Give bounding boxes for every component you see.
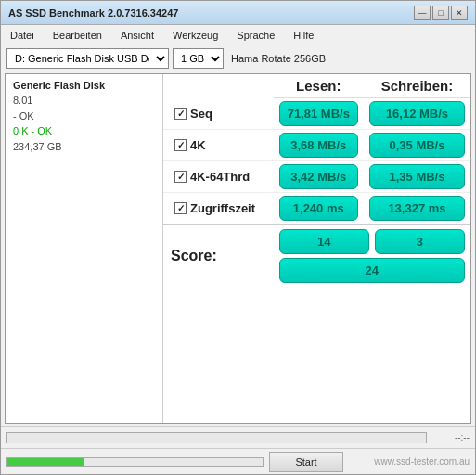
info-line3: 0 K - OK (13, 123, 155, 139)
minimize-button[interactable]: — (414, 6, 431, 20)
seq-write-cell: 16,12 MB/s (364, 98, 470, 130)
main-window: AS SSD Benchmark 2.0.7316.34247 — □ ✕ Da… (0, 0, 476, 475)
4k64-write-value: 1,35 MB/s (369, 164, 465, 189)
lesen-header: Lesen: (274, 74, 364, 98)
4k-label: ✓ 4K (163, 130, 274, 161)
time-display: --:-- (432, 432, 470, 443)
info-line2: - OK (13, 109, 155, 124)
menu-bar: Datei Bearbeiten Ansicht Werkzeug Sprach… (1, 25, 475, 45)
title-buttons: — □ ✕ (414, 6, 468, 20)
4k64-write-cell: 1,35 MB/s (364, 161, 470, 193)
4k-write-cell: 0,35 MB/s (364, 130, 470, 161)
seq-checkbox[interactable]: ✓ (174, 108, 187, 120)
menu-sprache[interactable]: Sprache (233, 29, 278, 42)
score-inner-row: 14 3 (279, 229, 465, 254)
score-read-value: 14 (279, 229, 369, 254)
4k-read-cell: 3,68 MB/s (274, 130, 364, 161)
window-title: AS SSD Benchmark 2.0.7316.34247 (8, 7, 178, 19)
title-bar: AS SSD Benchmark 2.0.7316.34247 — □ ✕ (1, 1, 475, 25)
table-row: ✓ Seq 71,81 MB/s 16,12 MB/s (163, 98, 470, 130)
maximize-button[interactable]: □ (432, 6, 449, 20)
score-outer: 14 3 24 (274, 225, 470, 287)
zugriffszeit-write-value: 13,327 ms (369, 196, 465, 221)
4k64-checkbox[interactable]: ✓ (174, 171, 187, 183)
table-row: ✓ Zugriffszeit 1,240 ms 13,327 ms (163, 193, 470, 225)
bottom-bar: --:-- (1, 426, 475, 448)
zugriffszeit-checkbox[interactable]: ✓ (174, 202, 187, 214)
right-panel: Lesen: Schreiben: ✓ Seq (163, 74, 470, 423)
4k64-label: ✓ 4K-64Thrd (163, 161, 274, 193)
zugriffszeit-read-cell: 1,240 ms (274, 193, 364, 225)
score-total-row: 24 (279, 258, 465, 283)
4k-checkbox[interactable]: ✓ (174, 139, 187, 151)
score-label-cell: Score: (163, 225, 274, 287)
table-row: ✓ 4K 3,68 MB/s 0,35 MB/s (163, 130, 470, 161)
toolbar: D: Generic Flash Disk USB Device 1 GB Ha… (1, 45, 475, 71)
4k64-read-value: 3,42 MB/s (279, 164, 358, 189)
4k-read-value: 3,68 MB/s (279, 133, 358, 158)
drive-label: Hama Rotate 256GB (231, 53, 326, 64)
footer: Start www.ssd-tester.com.au (1, 448, 475, 474)
size-select[interactable]: 1 GB (173, 48, 224, 69)
drive-select[interactable]: D: Generic Flash Disk USB Device (6, 48, 169, 69)
footer-progress-bar (6, 457, 264, 467)
seq-read-cell: 71,81 MB/s (274, 98, 364, 130)
score-row: Score: 14 3 24 (163, 225, 470, 287)
menu-werkzeug[interactable]: Werkzeug (169, 29, 222, 42)
watermark: www.ssd-tester.com.au (349, 456, 470, 467)
device-name: Generic Flash Disk (13, 80, 155, 91)
seq-write-value: 16,12 MB/s (369, 101, 465, 126)
4k64-read-cell: 3,42 MB/s (274, 161, 364, 193)
footer-progress-fill (7, 458, 84, 466)
bench-table: Lesen: Schreiben: ✓ Seq (163, 74, 470, 287)
score-label: Score: (163, 242, 274, 270)
zugriffszeit-write-cell: 13,327 ms (364, 193, 470, 225)
info-line1: 8.01 (13, 93, 155, 109)
col0-header (163, 74, 274, 98)
menu-ansicht[interactable]: Ansicht (117, 29, 158, 42)
zugriffszeit-read-value: 1,240 ms (279, 196, 358, 221)
score-total-value: 24 (279, 258, 465, 283)
menu-datei[interactable]: Datei (6, 29, 38, 42)
zugriffszeit-label: ✓ Zugriffszeit (163, 193, 274, 225)
table-row: ✓ 4K-64Thrd 3,42 MB/s 1,35 MB/s (163, 161, 470, 193)
menu-hilfe[interactable]: Hilfe (289, 29, 317, 42)
schreiben-header: Schreiben: (364, 74, 470, 98)
main-content: Generic Flash Disk 8.01 - OK 0 K - OK 23… (5, 73, 471, 424)
close-button[interactable]: ✕ (451, 6, 468, 20)
menu-bearbeiten[interactable]: Bearbeiten (49, 29, 106, 42)
info-line4: 234,37 GB (13, 139, 155, 155)
progress-bar-container (6, 432, 427, 443)
left-panel: Generic Flash Disk 8.01 - OK 0 K - OK 23… (6, 74, 163, 423)
score-write-value: 3 (375, 229, 465, 254)
4k-write-value: 0,35 MB/s (369, 133, 465, 158)
score-values-cell: 14 3 24 (274, 225, 470, 287)
start-button[interactable]: Start (269, 452, 343, 472)
seq-read-value: 71,81 MB/s (279, 101, 358, 126)
seq-label: ✓ Seq (163, 98, 274, 130)
